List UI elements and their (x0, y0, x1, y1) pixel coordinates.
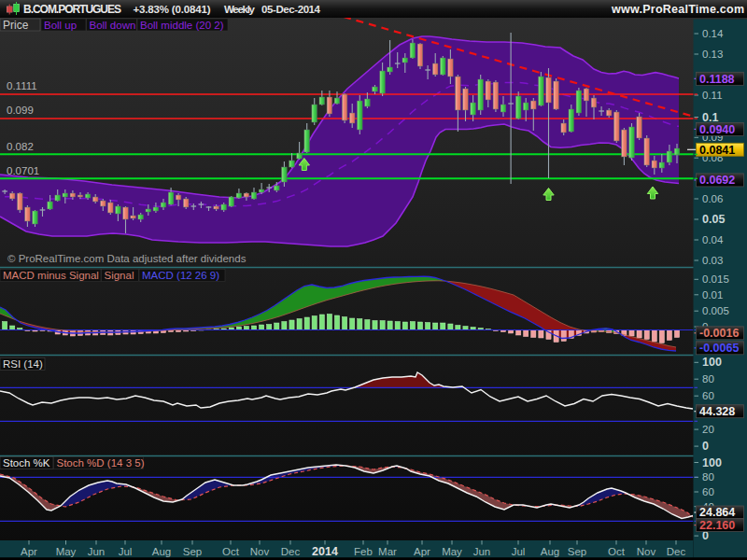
svg-text:May: May (442, 546, 462, 557)
svg-text:Weekly: Weekly (224, 4, 256, 15)
svg-text:100: 100 (702, 356, 722, 369)
svg-text:0.0940: 0.0940 (699, 123, 735, 136)
svg-text:MACD minus Signal: MACD minus Signal (3, 270, 99, 281)
svg-text:B.COM.PORTUGUES: B.COM.PORTUGUES (23, 3, 121, 16)
svg-text:0.0701: 0.0701 (7, 165, 39, 176)
svg-text:Boll middle (20 2): Boll middle (20 2) (140, 20, 224, 31)
svg-text:www.ProRealTime.com: www.ProRealTime.com (611, 3, 744, 16)
svg-text:0.099: 0.099 (7, 105, 34, 116)
svg-text:RSI (14): RSI (14) (3, 358, 43, 370)
svg-text:20: 20 (702, 424, 714, 435)
svg-text:100: 100 (702, 456, 722, 469)
svg-text:0.11: 0.11 (702, 90, 723, 101)
svg-text:Signal: Signal (105, 270, 134, 281)
svg-text:Aug: Aug (541, 546, 559, 557)
svg-text:Jun: Jun (88, 546, 106, 557)
svg-text:0.13: 0.13 (702, 49, 723, 60)
svg-text:60: 60 (702, 486, 714, 497)
svg-text:Price: Price (3, 19, 29, 32)
svg-text:Sep: Sep (183, 546, 202, 557)
svg-text:Stoch %D (14 3 5): Stoch %D (14 3 5) (57, 457, 145, 469)
svg-text:Oct: Oct (608, 546, 626, 557)
svg-text:80: 80 (702, 373, 714, 385)
svg-text:Boll up: Boll up (44, 20, 77, 31)
svg-text:0.082: 0.082 (7, 141, 34, 152)
svg-text:Aug: Aug (152, 546, 171, 557)
svg-text:0.1: 0.1 (702, 111, 718, 124)
svg-text:0.04: 0.04 (702, 234, 724, 245)
svg-text:+3.83% (0.0841): +3.83% (0.0841) (134, 4, 211, 15)
svg-text:0.01: 0.01 (702, 289, 723, 301)
svg-text:Jul: Jul (119, 546, 133, 557)
svg-text:© ProRealTime.com Data adjust: © ProRealTime.com Data adjusted after di… (7, 253, 247, 264)
svg-text:Dec: Dec (281, 546, 301, 557)
svg-text:Apr: Apr (21, 546, 37, 557)
svg-text:Nov: Nov (250, 546, 270, 557)
svg-text:Mar: Mar (378, 546, 397, 557)
svg-text:Stoch %K: Stoch %K (3, 457, 50, 469)
svg-text:Apr: Apr (414, 546, 430, 557)
svg-text:2014: 2014 (312, 545, 338, 558)
svg-text:0.14: 0.14 (702, 28, 724, 39)
svg-text:Jun: Jun (473, 546, 491, 557)
svg-text:Sep: Sep (568, 546, 586, 557)
svg-text:Jul: Jul (512, 546, 526, 557)
svg-text:60: 60 (702, 390, 714, 401)
svg-text:0.03: 0.03 (702, 255, 723, 266)
svg-text:44.328: 44.328 (699, 405, 735, 418)
svg-text:Boll down: Boll down (90, 20, 136, 31)
svg-text:Nov: Nov (637, 546, 656, 557)
svg-text:Oct: Oct (222, 546, 240, 557)
svg-text:Feb: Feb (354, 546, 373, 557)
svg-text:0: 0 (702, 440, 709, 453)
svg-text:Dec: Dec (667, 546, 686, 557)
svg-text:-0.0065: -0.0065 (699, 342, 739, 355)
svg-text:0.1188: 0.1188 (699, 73, 735, 86)
svg-text:0.0692: 0.0692 (699, 174, 735, 187)
svg-text:MACD (12 26 9): MACD (12 26 9) (142, 270, 219, 281)
svg-text:-0.0016: -0.0016 (699, 327, 739, 340)
svg-text:0.015: 0.015 (702, 273, 729, 285)
svg-text:May: May (56, 546, 77, 557)
svg-text:0.0841: 0.0841 (699, 144, 735, 157)
svg-text:0.05: 0.05 (702, 213, 725, 226)
svg-text:0.005: 0.005 (702, 305, 729, 316)
svg-text:24.864: 24.864 (699, 506, 735, 519)
svg-text:05-Dec-2014: 05-Dec-2014 (261, 4, 321, 15)
svg-text:0.1111: 0.1111 (7, 80, 37, 91)
svg-text:22.160: 22.160 (699, 519, 735, 532)
svg-text:0.06: 0.06 (702, 193, 723, 204)
svg-text:80: 80 (702, 471, 714, 483)
